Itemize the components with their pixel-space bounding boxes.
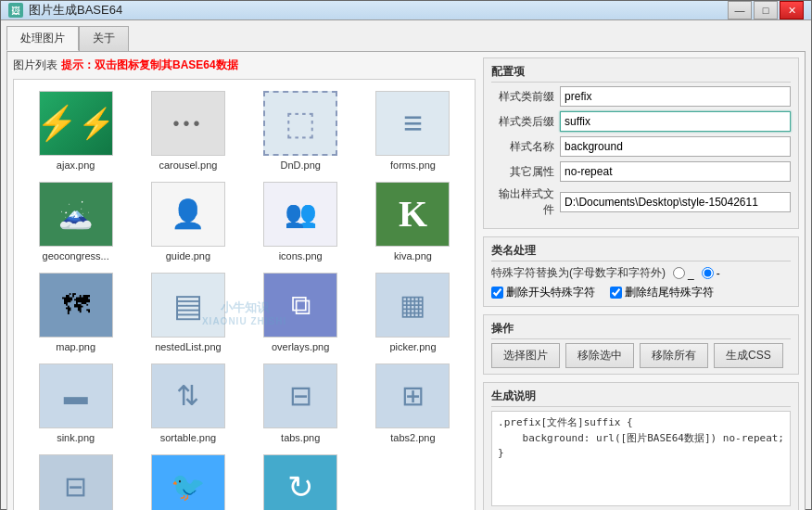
- image-name: tabs.png: [281, 432, 320, 443]
- image-icon: ⧉: [263, 273, 337, 338]
- main-window: 🖼 图片生成BASE64 — □ ✕ 处理图片 关于 图片列表 提示：双击图标复…: [0, 0, 812, 510]
- list-item[interactable]: ⊞tabs2.png: [359, 360, 467, 447]
- list-item[interactable]: ⧉overlays.png: [247, 269, 355, 356]
- select-images-button[interactable]: 选择图片: [491, 343, 560, 368]
- image-icon: ≡: [375, 91, 450, 156]
- desc-title: 生成说明: [491, 389, 791, 407]
- image-icon: 🗺: [39, 273, 113, 338]
- image-grid: ⚡ajax.png•••carousel.png⬚DnD.png≡forms.p…: [14, 80, 475, 510]
- suffix-label: 样式类后缀: [491, 114, 554, 130]
- list-item[interactable]: •••carousel.png: [133, 87, 242, 174]
- list-item[interactable]: 👥icons.png: [247, 178, 355, 265]
- remove-all-button[interactable]: 移除所有: [640, 343, 708, 368]
- checkbox-end-label: 删除结尾特殊字符: [625, 285, 714, 300]
- hint-content: 提示：双击图标复制其BASE64数据: [61, 57, 238, 73]
- list-item[interactable]: ▦picker.png: [359, 269, 467, 356]
- tabs-bar: 处理图片 关于: [6, 26, 806, 51]
- desc-section: 生成说明 .prefix[文件名]suffix { background: ur…: [483, 382, 799, 510]
- other-row: 其它属性: [491, 161, 791, 182]
- radio-row: 特殊字符替换为(字母数字和字符外) _ -: [491, 265, 791, 281]
- list-item[interactable]: ⊟tabs.png: [247, 360, 355, 447]
- checkbox-end[interactable]: 删除结尾特殊字符: [610, 285, 714, 300]
- image-icon: ⇅: [151, 363, 225, 428]
- tab-about[interactable]: 关于: [79, 26, 129, 51]
- image-icon: ⊞: [375, 363, 450, 428]
- name-row: 样式名称: [491, 136, 791, 157]
- ops-buttons: 选择图片 移除选中 移除所有 生成CSS: [491, 343, 791, 368]
- prefix-label: 样式类前缀: [491, 89, 554, 105]
- image-icon: ⊟: [39, 454, 113, 510]
- image-name: overlays.png: [272, 341, 329, 352]
- other-label: 其它属性: [491, 164, 554, 180]
- list-item[interactable]: Kkiva.png: [359, 178, 467, 265]
- other-input[interactable]: [560, 161, 791, 182]
- image-icon: 👤: [151, 182, 225, 247]
- suffix-row: 样式类后缀: [491, 111, 791, 132]
- suffix-input[interactable]: [560, 111, 791, 132]
- list-item[interactable]: ⚡ajax.png: [21, 87, 130, 174]
- image-icon: 🗻: [39, 182, 113, 247]
- left-panel: 图片列表 提示：双击图标复制其BASE64数据 小牛知识 XIAONIU ZHI…: [13, 57, 476, 510]
- list-item[interactable]: 🗻geocongress...: [21, 178, 130, 265]
- config-title: 配置项: [491, 64, 791, 83]
- image-name: map.png: [56, 341, 95, 352]
- prefix-input[interactable]: [560, 86, 791, 107]
- radio-underscore[interactable]: _: [673, 267, 694, 280]
- image-name: tabs2.png: [390, 432, 435, 443]
- output-row: 输出样式文件: [491, 186, 791, 218]
- maximize-button[interactable]: □: [754, 1, 778, 19]
- radio-dash-label: -: [717, 267, 720, 280]
- image-icon: 👥: [263, 182, 337, 247]
- image-name: sortable.png: [160, 432, 217, 443]
- image-icon: ▬: [39, 363, 113, 428]
- image-icon: ↻: [263, 454, 337, 510]
- image-icon: •••: [151, 91, 225, 156]
- app-icon: 🖼: [8, 3, 23, 18]
- generate-css-button[interactable]: 生成CSS: [714, 343, 783, 368]
- checkbox-start[interactable]: 删除开头特殊字符: [491, 285, 595, 300]
- checkbox-start-label: 删除开头特殊字符: [506, 285, 595, 300]
- image-icon: ⚡: [39, 91, 113, 156]
- remove-selected-button[interactable]: 移除选中: [565, 343, 634, 368]
- image-name: sink.png: [57, 432, 95, 443]
- radio-dash[interactable]: -: [702, 267, 720, 280]
- ops-title: 操作: [491, 321, 791, 339]
- image-name: icons.png: [279, 250, 323, 261]
- image-name: forms.png: [390, 159, 436, 171]
- code-block: .prefix[文件名]suffix { background: url([图片…: [491, 411, 791, 506]
- list-item[interactable]: ▤nestedList.png: [133, 269, 242, 356]
- list-item[interactable]: ↻val.png: [247, 451, 355, 510]
- image-grid-container[interactable]: 小牛知识 XIAONIU ZHISHI ⚡ajax.png•••carousel…: [13, 79, 476, 510]
- list-item[interactable]: 👤guide.png: [133, 178, 242, 265]
- list-item[interactable]: ⇅sortable.png: [133, 360, 242, 447]
- close-button[interactable]: ✕: [780, 1, 804, 19]
- minimize-button[interactable]: —: [728, 1, 752, 19]
- window-title: 图片生成BASE64: [29, 2, 122, 19]
- name-input[interactable]: [560, 136, 791, 157]
- prefix-row: 样式类前缀: [491, 86, 791, 107]
- list-item[interactable]: ⬚DnD.png: [247, 87, 355, 174]
- image-name: carousel.png: [159, 159, 217, 171]
- list-item[interactable]: 🐦twitter.png: [133, 451, 242, 510]
- image-name: picker.png: [389, 341, 436, 352]
- image-name: DnD.png: [280, 159, 320, 171]
- radio-underscore-input[interactable]: [673, 267, 685, 279]
- checkbox-end-input[interactable]: [610, 287, 622, 299]
- image-icon: ▦: [375, 273, 450, 338]
- image-icon: 🐦: [151, 454, 225, 510]
- image-icon: ⬚: [263, 91, 337, 156]
- list-item[interactable]: ▬sink.png: [21, 360, 130, 447]
- image-icon: ▤: [151, 273, 225, 338]
- output-input[interactable]: [560, 192, 791, 212]
- image-name: nestedList.png: [155, 341, 222, 352]
- title-bar-left: 🖼 图片生成BASE64: [8, 2, 122, 19]
- image-name: ajax.png: [57, 159, 95, 171]
- tab-process[interactable]: 处理图片: [6, 26, 79, 51]
- list-item[interactable]: ⊟toolbars.png: [21, 451, 130, 510]
- list-item[interactable]: ≡forms.png: [359, 87, 467, 174]
- checkbox-row: 删除开头特殊字符 删除结尾特殊字符: [491, 285, 791, 300]
- radio-dash-input[interactable]: [702, 267, 714, 279]
- list-item[interactable]: 🗺map.png: [21, 269, 130, 356]
- right-panel: 配置项 样式类前缀 样式类后缀 样式名称 其它属性: [483, 57, 799, 510]
- checkbox-start-input[interactable]: [491, 287, 503, 299]
